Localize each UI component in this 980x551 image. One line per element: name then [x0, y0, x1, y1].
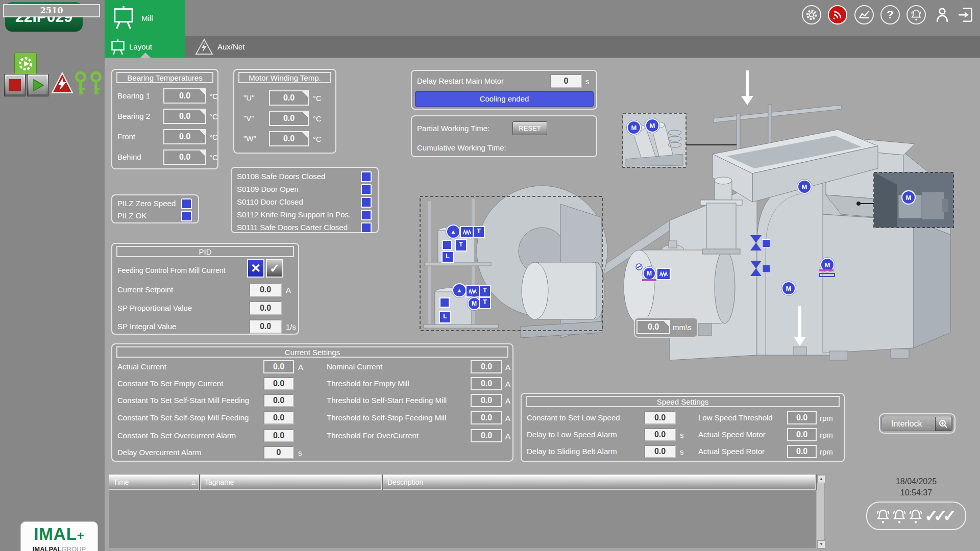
row-label: Threshold for Empty Mill — [327, 377, 409, 390]
tab-mill-label: Mill — [141, 14, 153, 22]
column-header-description[interactable]: Description — [383, 474, 816, 490]
motor-marker[interactable]: M — [643, 267, 656, 280]
datetime-display: 18/04/2025 10:54:37 — [875, 476, 957, 498]
start-button[interactable] — [27, 74, 48, 96]
help-icon[interactable] — [880, 5, 900, 24]
tab-layout[interactable]: Layout — [105, 36, 185, 58]
bearing2-value: 0.0 — [163, 109, 206, 124]
row-label: Constant to Set Low Speed — [527, 411, 620, 424]
cooling-status-bar: Cooling ended — [415, 91, 594, 107]
settings-icon[interactable] — [802, 5, 821, 24]
panel-bearing-temperatures: Bearing Temperatures Bearing 1 0.0 °C Be… — [111, 69, 218, 169]
pump-marker[interactable] — [452, 283, 467, 297]
logout-icon[interactable] — [955, 5, 975, 24]
unit-label: °C — [209, 112, 218, 121]
infeed-arrow — [741, 70, 753, 105]
pilz-indicator — [181, 198, 192, 209]
motor-marker[interactable]: M — [645, 118, 659, 133]
unit-label: s — [680, 431, 684, 439]
sp-proportional-input[interactable]: 0.0 — [249, 301, 282, 315]
alarm-table-scrollbar[interactable]: ▲ ▼ — [817, 474, 825, 549]
tab-mill[interactable]: Mill — [105, 0, 185, 36]
panel-delay-restart: Delay Restart Main Motor 0 s Cooling end… — [411, 70, 597, 110]
tab-auxnet[interactable]: Aux/Net — [185, 36, 317, 58]
delay-low-speed-input[interactable]: 0.0 — [644, 428, 676, 441]
partial-working-time-label: Partial Working Time: — [417, 122, 489, 135]
delay-restart-input[interactable]: 0 — [550, 74, 582, 88]
panel-motor-winding-temp: Motor Winding Temp. "U" 0.0 °C "V" 0.0 °… — [233, 69, 336, 154]
interlock-button[interactable]: Interlock — [879, 413, 955, 434]
reset-button[interactable]: RESET — [512, 121, 547, 135]
panel-pilz: PILZ Zero Speed PILZ OK — [111, 194, 199, 223]
time-label: 10:54:37 — [875, 487, 957, 498]
self-stop-constant-input[interactable]: 0.0 — [263, 411, 294, 424]
safety-item-label: S0109 Door Open — [237, 183, 299, 195]
valve-marker[interactable] — [750, 235, 762, 253]
motor-marker[interactable]: M — [627, 120, 641, 135]
scroll-up-arrow[interactable]: ▲ — [817, 475, 825, 483]
status-square-marker — [439, 297, 450, 308]
unit-label: rpm — [820, 414, 833, 422]
feeding-control-on-button[interactable] — [266, 259, 283, 278]
threshold-self-stop-value: 0.0 — [471, 411, 502, 424]
row-label: Constant To Set Self-Stop Mill Feeding — [117, 411, 249, 424]
motor-marker[interactable]: M — [797, 180, 812, 194]
unit-label: rpm — [820, 447, 833, 456]
row-label: Actual Speed Motor — [698, 428, 766, 441]
alarm-ack-tray[interactable]: ✓✓✓ — [866, 502, 966, 530]
unit-label: A — [505, 363, 510, 371]
sp-integral-input[interactable]: 0.0 — [249, 319, 282, 334]
pilz-zero-speed-label: PILZ Zero Speed — [117, 197, 176, 210]
unit-label: s — [298, 448, 302, 457]
unit-label: rpm — [820, 431, 833, 439]
row-label: "U" — [243, 90, 254, 106]
unit-label: °C — [313, 135, 322, 143]
unit-label: A — [505, 414, 510, 422]
zoom-magnifier-icon — [935, 417, 951, 431]
motor-marker[interactable]: M — [901, 190, 916, 205]
level-sensor-marker: L — [442, 251, 454, 263]
behind-value: 0.0 — [163, 149, 206, 165]
column-header-time[interactable]: Time — [109, 474, 199, 490]
feeding-control-off-button[interactable] — [247, 259, 264, 278]
delay-sliding-belt-input[interactable]: 0.0 — [644, 445, 676, 458]
connection-icon[interactable] — [828, 5, 847, 24]
row-label: Actual Speed Rotor — [698, 445, 765, 458]
unit-label: s — [585, 77, 590, 86]
panel-title: Motor Winding Temp. — [238, 72, 331, 83]
panel-pid: PID Feeding Control From Mill Current Cu… — [111, 243, 299, 335]
safety-indicator — [361, 222, 372, 233]
empty-current-input[interactable]: 0.0 — [263, 377, 294, 390]
scroll-down-arrow[interactable]: ▼ — [817, 540, 825, 548]
unit-label: A — [505, 396, 510, 405]
date-label: 18/04/2025 — [875, 476, 957, 487]
row-label: Constant To Set Overcurrent Alarm — [117, 429, 236, 442]
bell-icon — [875, 507, 891, 524]
pump-marker[interactable] — [446, 224, 460, 239]
user-icon[interactable] — [933, 5, 952, 24]
current-setpoint-input[interactable]: 0.0 — [249, 283, 282, 297]
delay-overcurrent-input[interactable]: 0 — [263, 446, 294, 459]
bearing1-value: 0.0 — [163, 88, 206, 104]
motor-marker[interactable]: M — [781, 281, 796, 295]
low-speed-constant-input[interactable]: 0.0 — [644, 411, 676, 424]
trends-icon[interactable] — [854, 5, 874, 24]
belt-speed-unit: mm\s — [673, 323, 692, 332]
status-strip — [819, 269, 834, 271]
unit-label: A — [505, 432, 510, 440]
threshold-overcurrent-value: 0.0 — [471, 429, 502, 442]
row-label: Constant To Set Empty Current — [117, 377, 223, 390]
unit-label: s — [680, 447, 684, 456]
bell-icon — [892, 507, 907, 524]
alarms-icon[interactable] — [906, 5, 926, 24]
auto-mode-button[interactable] — [14, 53, 37, 75]
column-header-tagname[interactable]: Tagname — [200, 474, 382, 490]
self-start-constant-input[interactable]: 0.0 — [263, 394, 294, 407]
status-strip — [642, 279, 656, 281]
valve-marker[interactable] — [750, 261, 762, 278]
pilz-ok-label: PILZ OK — [117, 210, 147, 222]
row-label: Nominal Current — [327, 360, 382, 373]
row-label: Delay to Sliding Belt Alarm — [527, 445, 617, 458]
stop-button[interactable] — [4, 74, 26, 96]
overcurrent-constant-input[interactable]: 0.0 — [263, 429, 294, 442]
